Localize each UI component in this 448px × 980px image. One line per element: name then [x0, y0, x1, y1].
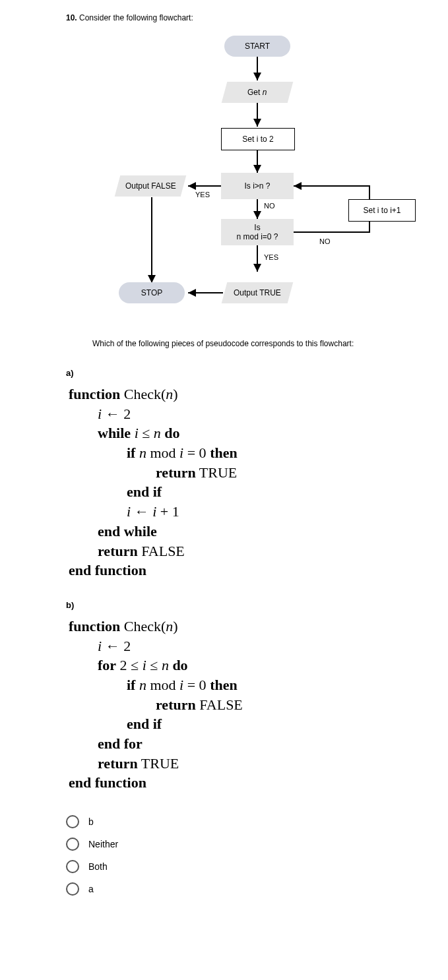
flow-set-i-inc: Set i to i+1	[348, 199, 416, 222]
pseudocode-b: function Check(n) i ← 2 for 2 ≤ i ≤ n do…	[69, 617, 422, 793]
flow-is-i-gt-n: Is i>n ?	[221, 173, 294, 199]
flow-get-n: Get n	[222, 82, 294, 103]
radio-icon	[66, 860, 79, 873]
label-yes-1: YES	[195, 191, 210, 199]
part-a-label: a)	[66, 368, 422, 378]
flow-start: START	[224, 36, 290, 57]
sub-question: Which of the following pieces of pseudoc…	[92, 339, 422, 348]
flow-stop: STOP	[119, 282, 185, 303]
option-label: a	[88, 884, 94, 894]
label-yes-2: YES	[264, 253, 278, 261]
question-text: Consider the following flowchart:	[79, 13, 193, 22]
label-no-1: NO	[264, 202, 275, 210]
flow-output-false: Output FALSE	[115, 175, 187, 197]
option-label: Neither	[88, 839, 118, 849]
option-label: b	[88, 816, 94, 827]
question-header: 10. Consider the following flowchart:	[66, 13, 422, 22]
radio-icon	[66, 882, 79, 896]
flow-is-mod: Is n mod i=0 ?	[221, 219, 294, 245]
flow-output-true: Output TRUE	[222, 282, 294, 303]
flow-set-i-2: Set i to 2	[221, 128, 295, 150]
option-both[interactable]: Both	[66, 860, 422, 873]
option-neither[interactable]: Neither	[66, 838, 422, 851]
option-label: Both	[88, 861, 108, 872]
flowchart: START Get n Set i to 2 Is i>n ? Output F…	[66, 29, 422, 319]
pseudocode-a: function Check(n) i ← 2 while i ≤ n do i…	[69, 384, 422, 580]
radio-icon	[66, 838, 79, 851]
option-a[interactable]: a	[66, 882, 422, 896]
part-b-label: b)	[66, 600, 422, 610]
label-no-2: NO	[319, 237, 331, 245]
radio-icon	[66, 815, 79, 828]
option-b[interactable]: b	[66, 815, 422, 828]
question-number: 10.	[66, 13, 77, 22]
